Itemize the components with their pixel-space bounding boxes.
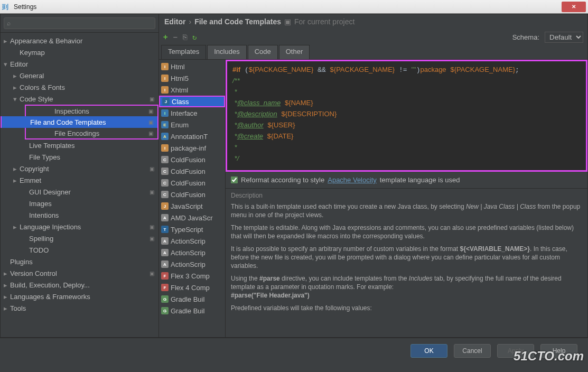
chevron-right-icon (13, 165, 20, 173)
template-item[interactable]: AActionScrip (159, 247, 225, 258)
file-type-icon: A (161, 249, 169, 256)
file-type-icon: E (161, 121, 169, 128)
tree-label: Plugins (10, 258, 33, 266)
tree-node[interactable]: Inspections▣ (25, 105, 158, 116)
template-label: JavaScript (171, 202, 203, 210)
tree-label: Spelling (29, 235, 53, 243)
tab-other[interactable]: Other (279, 45, 310, 59)
template-item[interactable]: Ipackage-inf (159, 142, 225, 154)
template-label: ActionScrip (171, 261, 206, 268)
template-item[interactable]: AActionScrip (159, 235, 225, 247)
refresh-button[interactable]: ↻ (192, 33, 197, 41)
left-panel: ⌕ Appearance & BehaviorKeymapEditorGener… (1, 14, 159, 337)
tree-node[interactable]: Language Injections▣ (1, 221, 158, 232)
template-label: package-inf (171, 144, 206, 152)
tree-node[interactable]: Copyright▣ (1, 163, 158, 174)
tree-label: Keymap (20, 49, 45, 57)
tree-label: Languages & Frameworks (10, 293, 90, 301)
template-item[interactable]: CColdFusion (159, 189, 225, 200)
tree-node[interactable]: Colors & Fonts (1, 81, 158, 93)
chevron-right-icon (4, 293, 10, 301)
template-item[interactable]: CColdFusion (159, 165, 225, 177)
add-button[interactable]: + (163, 33, 167, 41)
template-item[interactable]: AAMD JavaScr (159, 212, 225, 224)
settings-tree[interactable]: Appearance & BehaviorKeymapEditorGeneral… (1, 33, 158, 337)
template-item[interactable]: AAnnotationT (159, 131, 225, 142)
tree-node[interactable]: Languages & Frameworks (1, 291, 158, 302)
help-button[interactable]: Help (540, 344, 577, 358)
template-list[interactable]: IHtmlIHtml5IXhtmlJClassIInterfaceEEnumAA… (159, 60, 226, 337)
template-label: TypeScript (171, 226, 203, 234)
tree-label: Tools (10, 304, 26, 312)
tree-node[interactable]: Version Control▣ (1, 267, 158, 279)
template-label: ColdFusion (171, 156, 206, 164)
code-editor[interactable]: #if (${PACKAGE_NAME} && ${PACKAGE_NAME} … (226, 60, 587, 172)
tree-label: Editor (10, 60, 28, 68)
remove-button[interactable]: − (173, 33, 177, 41)
app-icon: 刯 (2, 3, 11, 11)
template-label: Gradle Buil (171, 307, 204, 315)
cancel-button[interactable]: Cancel (454, 344, 491, 358)
file-type-icon: A (161, 261, 169, 268)
template-item[interactable]: CColdFusion (159, 177, 225, 189)
tab-code[interactable]: Code (248, 45, 278, 59)
template-item[interactable]: IXhtml (159, 84, 225, 96)
apply-button[interactable]: Apply (497, 344, 534, 358)
tree-node[interactable]: Keymap (1, 46, 158, 58)
template-item[interactable]: JClass (159, 96, 225, 107)
chevron-right-icon (13, 72, 20, 80)
template-item[interactable]: TTypeScript (159, 224, 225, 235)
template-item[interactable]: GGradle Buil (159, 293, 225, 305)
tree-node[interactable]: Editor (1, 58, 158, 70)
search-input[interactable] (4, 17, 155, 29)
tree-node[interactable]: Tools (1, 302, 158, 314)
file-type-icon: C (161, 179, 169, 187)
template-item[interactable]: JJavaScript (159, 200, 225, 212)
tab-includes[interactable]: Includes (207, 45, 246, 59)
tree-node[interactable]: Build, Execution, Deploy... (1, 279, 158, 291)
tree-label: Images (29, 200, 52, 208)
tree-node[interactable]: Intentions (1, 209, 158, 221)
tree-node[interactable]: TODO (1, 244, 158, 256)
tree-node[interactable]: General (1, 70, 158, 81)
tree-node[interactable]: File Encodings▣ (25, 128, 158, 140)
template-item[interactable]: FFlex 3 Comp (159, 270, 225, 282)
tree-node[interactable]: Live Templates (1, 140, 158, 151)
reformat-checkbox[interactable] (231, 176, 238, 183)
template-item[interactable]: IInterface (159, 107, 225, 119)
ok-button[interactable]: OK (410, 344, 447, 358)
close-button[interactable]: ✕ (562, 2, 586, 12)
chevron-down-icon (4, 60, 10, 68)
tree-node[interactable]: Images (1, 198, 158, 209)
template-item[interactable]: GGradle Buil (159, 305, 225, 317)
velocity-link[interactable]: Apache Velocity (328, 176, 377, 184)
template-item[interactable]: IHtml (159, 61, 225, 72)
schema-select[interactable]: Default (545, 32, 583, 43)
file-type-icon: A (161, 214, 169, 221)
template-item[interactable]: AActionScrip (159, 258, 225, 270)
chevron-down-icon (13, 95, 20, 103)
template-label: Html (171, 63, 185, 71)
copy-button[interactable]: ⎘ (183, 33, 187, 41)
template-item[interactable]: FFlex 4 Comp (159, 282, 225, 293)
footer: OK Cancel Apply Help (0, 338, 588, 363)
tree-node[interactable]: Spelling▣ (1, 232, 158, 244)
template-item[interactable]: IHtml5 (159, 72, 225, 84)
tree-node[interactable]: File Types (1, 151, 158, 163)
template-item[interactable]: EEnum (159, 119, 225, 131)
tree-node[interactable]: Appearance & Behavior (1, 35, 158, 46)
template-label: ActionScrip (171, 237, 206, 245)
tree-node[interactable]: Emmet (1, 174, 158, 186)
file-type-icon: I (161, 144, 169, 152)
tree-label: GUI Designer (29, 188, 71, 196)
template-label: Flex 4 Comp (171, 284, 210, 292)
tree-node[interactable]: File and Code Templates▣ (1, 116, 158, 128)
tree-node[interactable]: Code Style▣ (1, 93, 158, 105)
tree-node[interactable]: Plugins (1, 256, 158, 267)
template-item[interactable]: CColdFusion (159, 154, 225, 165)
tree-label: Emmet (20, 176, 41, 184)
description-title: Description (231, 192, 582, 199)
tab-templates[interactable]: Templates (161, 45, 206, 59)
tree-node[interactable]: GUI Designer▣ (1, 186, 158, 198)
tree-label: General (20, 72, 44, 80)
